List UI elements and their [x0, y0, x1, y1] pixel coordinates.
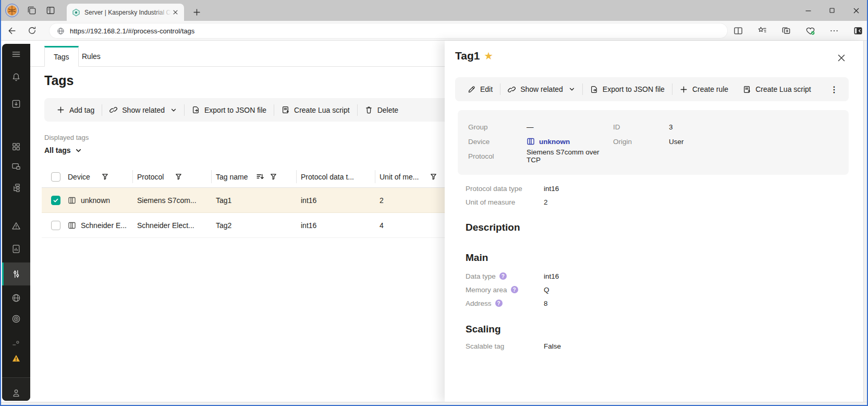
create-rule-button[interactable]: Create rule [673, 77, 736, 101]
row-checkbox[interactable] [51, 221, 60, 230]
window-maximize-button[interactable] [820, 0, 844, 21]
table-header-row: Device Protocol Tag name Protocol data t… [42, 166, 445, 188]
help-icon[interactable]: ? [495, 300, 503, 307]
sidebar-item-assets[interactable] [2, 156, 30, 177]
tags-toolbar: Add tag Show related Export to JSON file… [44, 98, 466, 122]
sidebar-toggle-icon[interactable] [852, 23, 864, 39]
tag-summary-box: Group— Device unknown ProtocolSiemens S7… [458, 110, 849, 175]
sidebar-item-reports[interactable] [2, 238, 30, 259]
browser-essentials-icon[interactable] [804, 23, 816, 39]
device-link-label: unknown [539, 138, 570, 146]
address-value: 8 [544, 300, 548, 307]
sidebar-item-network[interactable] [2, 288, 30, 308]
sidebar-item-audit[interactable] [2, 308, 30, 329]
refresh-button[interactable] [24, 23, 40, 39]
panel-show-related-label: Show related [520, 85, 563, 93]
edit-button[interactable]: Edit [460, 77, 500, 101]
add-tag-button[interactable]: Add tag [50, 98, 102, 122]
site-info-icon[interactable] [57, 27, 65, 35]
sidebar-item-alerts[interactable] [2, 348, 30, 369]
tags-page: Tags Rules Tags Add tag Show related Exp… [30, 42, 445, 402]
tab-rules-label: Rules [82, 52, 101, 61]
sidebar-item-updates[interactable] [2, 93, 30, 114]
column-header-protocol[interactable]: Protocol [137, 173, 164, 181]
browser-toolbar: https://192.168.2.1/#/process-control/ta… [0, 21, 868, 41]
tab-rules[interactable]: Rules [73, 46, 109, 67]
column-header-unit[interactable]: Unit of me... [380, 173, 419, 181]
more-actions-kebab-icon[interactable]: ⋮ [825, 85, 843, 94]
scalable-tag-label: Scalable tag [466, 342, 544, 350]
protocol-label: Protocol [468, 152, 527, 160]
column-header-device[interactable]: Device [68, 173, 90, 181]
origin-value: User [669, 138, 684, 146]
split-screen-icon[interactable] [732, 23, 744, 39]
cell-unit: 4 [380, 221, 384, 230]
row-checkbox-checked[interactable] [51, 196, 60, 205]
export-json-button[interactable]: Export to JSON file [185, 98, 274, 122]
device-link[interactable]: unknown [527, 137, 570, 146]
filter-icon[interactable] [175, 173, 182, 180]
select-all-checkbox[interactable] [51, 172, 60, 182]
cell-tag-name: Tag2 [216, 221, 231, 230]
export-file-icon [192, 106, 200, 114]
sidebar-item-dashboard[interactable] [2, 136, 30, 157]
address-bar[interactable]: https://192.168.2.1/#/process-control/ta… [50, 23, 727, 38]
panel-export-json-button[interactable]: Export to JSON file [583, 77, 672, 101]
tag-detail-fields: Protocol data typeint16 Unit of measure2 [466, 182, 849, 209]
device-icon [527, 137, 535, 146]
panel-close-icon[interactable] [837, 53, 846, 63]
help-icon[interactable]: ? [511, 286, 518, 293]
filter-icon[interactable] [270, 173, 277, 180]
data-type-label: Data type? [466, 272, 544, 280]
unit-of-measure-label: Unit of measure [466, 198, 544, 206]
filter-icon[interactable] [102, 173, 108, 180]
profile-avatar[interactable] [5, 4, 19, 17]
sidebar-menu-button[interactable] [2, 44, 30, 65]
collections-icon[interactable] [780, 23, 792, 39]
panel-show-related-button[interactable]: Show related [500, 77, 582, 101]
script-icon [282, 106, 289, 114]
table-row[interactable]: unknown Siemens S7com... Tag1 int16 2 [42, 188, 445, 213]
horizontal-scrollbar[interactable] [1, 402, 867, 405]
warning-outline-icon [11, 221, 21, 231]
vertical-scrollbar[interactable] [863, 41, 867, 402]
favorite-star-icon[interactable]: ★ [484, 51, 492, 62]
user-icon [11, 388, 21, 398]
favorites-icon[interactable] [756, 23, 768, 39]
edit-label: Edit [480, 85, 493, 93]
page-title: Tags [44, 73, 74, 88]
create-lua-button[interactable]: Create Lua script [274, 98, 357, 122]
tab-actions-icon[interactable] [26, 5, 38, 16]
tags-filter-dropdown[interactable]: All tags [44, 146, 82, 154]
dashboard-grid-icon [11, 141, 21, 152]
sidebar-item-process-control[interactable] [2, 262, 30, 285]
panel-create-lua-button[interactable]: Create Lua script [736, 77, 818, 101]
chevron-down-icon [75, 147, 82, 154]
sidebar-item-notifications[interactable] [2, 67, 30, 88]
settings-more-icon[interactable] [828, 23, 840, 39]
main-section-heading: Main [466, 252, 488, 264]
window-close-button[interactable] [844, 0, 868, 21]
sidebar-item-account[interactable] [2, 383, 30, 403]
filter-icon[interactable] [430, 173, 437, 180]
show-related-button[interactable]: Show related [102, 98, 184, 122]
new-tab-button[interactable] [190, 5, 203, 19]
column-header-protocol-data-type[interactable]: Protocol data t... [301, 173, 354, 181]
column-header-tag-name[interactable]: Tag name [216, 173, 248, 181]
vertical-tabs-icon[interactable] [45, 5, 56, 16]
tab-close-icon[interactable] [170, 8, 180, 17]
help-icon[interactable]: ? [499, 272, 507, 280]
table-row[interactable]: Schneider E... Schneider Elect... Tag2 i… [42, 213, 445, 238]
delete-button[interactable]: Delete [358, 98, 406, 122]
url-text: https://192.168.2.1/#/process-control/ta… [70, 27, 194, 35]
cell-protocol-data-type: int16 [301, 196, 316, 205]
window-minimize-button[interactable] [796, 0, 820, 21]
device-label: Device [468, 138, 527, 146]
id-label: ID [613, 123, 669, 131]
trash-icon [365, 106, 373, 114]
back-button[interactable] [4, 23, 20, 39]
sidebar-item-events[interactable] [2, 216, 30, 236]
sidebar-item-topology[interactable] [2, 177, 30, 198]
browser-tab[interactable]: Server | Kaspersky Industrial Cybe [67, 4, 184, 21]
sort-descending-icon[interactable] [256, 173, 264, 181]
